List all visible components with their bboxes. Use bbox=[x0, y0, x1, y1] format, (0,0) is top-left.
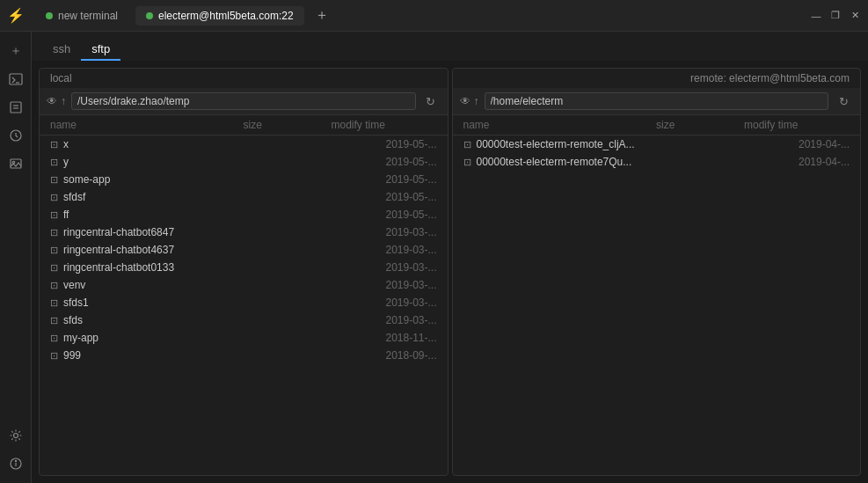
file-name: ⊡ sfdsf bbox=[50, 191, 244, 203]
sidebar: ＋ bbox=[0, 32, 32, 483]
remote-panel-left-label bbox=[453, 75, 474, 82]
app-body: ＋ bbox=[0, 32, 868, 483]
maximize-button[interactable]: ❐ bbox=[829, 10, 842, 22]
sidebar-icon-add[interactable]: ＋ bbox=[4, 39, 28, 63]
local-refresh-button[interactable]: ↻ bbox=[421, 91, 441, 111]
file-mtime: 2019-05-... bbox=[332, 156, 437, 168]
folder-icon: ⊡ bbox=[50, 174, 58, 186]
add-tab-button[interactable]: ＋ bbox=[311, 5, 332, 26]
file-mtime: 2019-05-... bbox=[332, 191, 437, 203]
list-item[interactable]: ⊡ ff 2019-05-... bbox=[40, 206, 448, 223]
file-name: ⊡ sfds bbox=[50, 314, 244, 326]
remote-path-input[interactable] bbox=[485, 92, 829, 110]
remote-panel: remote: electerm@html5beta.com 👁 ↑ ↻ nam… bbox=[452, 68, 862, 476]
tab-sftp[interactable]: sftp bbox=[81, 39, 120, 61]
list-item[interactable]: ⊡ 00000test-electerm-remote7Qu... 2019-0… bbox=[453, 153, 861, 171]
file-mtime: 2018-11-... bbox=[332, 332, 437, 344]
tab-new-terminal[interactable]: new terminal bbox=[35, 6, 128, 26]
file-name: ⊡ 00000test-electerm-remote7Qu... bbox=[463, 156, 657, 168]
minimize-button[interactable]: — bbox=[810, 10, 822, 22]
folder-icon: ⊡ bbox=[463, 157, 471, 168]
sidebar-icon-image[interactable] bbox=[4, 151, 28, 176]
list-item[interactable]: ⊡ sfds1 2019-03-... bbox=[40, 294, 448, 311]
local-path-input[interactable] bbox=[71, 92, 416, 110]
sidebar-icon-info[interactable] bbox=[4, 451, 28, 476]
file-name: ⊡ x bbox=[50, 138, 244, 150]
file-name: ⊡ ringcentral-chatbot4637 bbox=[50, 244, 244, 256]
app-logo: ⚡ bbox=[7, 7, 25, 24]
remote-up-icon[interactable]: ↑ bbox=[474, 95, 479, 107]
local-panel-label: local bbox=[40, 69, 448, 88]
file-mtime: 2019-05-... bbox=[332, 138, 437, 150]
remote-header-row: remote: electerm@html5beta.com bbox=[453, 69, 861, 88]
file-name: ⊡ y bbox=[50, 156, 244, 168]
remote-file-list: ⊡ 00000test-electerm-remote_cljA... 2019… bbox=[453, 135, 861, 475]
list-item[interactable]: ⊡ y 2019-05-... bbox=[40, 153, 448, 171]
list-item[interactable]: ⊡ 00000test-electerm-remote_cljA... 2019… bbox=[453, 135, 861, 153]
list-item[interactable]: ⊡ venv 2019-03-... bbox=[40, 276, 448, 294]
local-eye-icon[interactable]: 👁 bbox=[47, 95, 57, 107]
file-mtime: 2019-05-... bbox=[332, 209, 437, 221]
sidebar-icon-history[interactable] bbox=[4, 123, 28, 148]
file-mtime: 2019-04-... bbox=[744, 138, 850, 150]
close-button[interactable]: ✕ bbox=[849, 10, 861, 22]
tab-label-active: electerm@html5beta.com:22 bbox=[158, 10, 294, 22]
local-col-name: name bbox=[50, 119, 244, 131]
file-name: ⊡ ringcentral-chatbot6847 bbox=[50, 226, 244, 238]
list-item[interactable]: ⊡ ringcentral-chatbot4637 2019-03-... bbox=[40, 241, 448, 259]
remote-path-bar: 👁 ↑ ↻ bbox=[453, 88, 861, 115]
list-item[interactable]: ⊡ 999 2018-09-... bbox=[40, 347, 448, 364]
remote-file-list-header: name size modify time bbox=[453, 115, 861, 135]
list-item[interactable]: ⊡ sfds 2019-03-... bbox=[40, 311, 448, 329]
folder-icon: ⊡ bbox=[50, 192, 58, 203]
file-name: ⊡ my-app bbox=[50, 332, 244, 344]
file-mtime: 2019-03-... bbox=[332, 296, 437, 309]
folder-icon: ⊡ bbox=[50, 315, 58, 326]
content-area: ssh sftp local 👁 ↑ ↻ name size bbox=[32, 32, 868, 483]
file-mtime: 2019-03-... bbox=[332, 314, 437, 326]
tab-dot-active bbox=[146, 12, 153, 19]
local-file-list: ⊡ x 2019-05-... ⊡ y 2019-05-... ⊡ some-a… bbox=[40, 135, 448, 475]
list-item[interactable]: ⊡ sfdsf 2019-05-... bbox=[40, 188, 448, 206]
svg-point-11 bbox=[15, 460, 16, 461]
folder-icon: ⊡ bbox=[50, 280, 58, 291]
remote-panel-label: remote: electerm@html5beta.com bbox=[680, 69, 860, 88]
local-col-size: size bbox=[244, 119, 332, 131]
titlebar: ⚡ new terminal electerm@html5beta.com:22… bbox=[0, 0, 868, 32]
local-file-list-header: name size modify time bbox=[40, 115, 448, 135]
file-mtime: 2019-03-... bbox=[332, 279, 437, 291]
tab-ssh[interactable]: ssh bbox=[42, 39, 81, 61]
file-mtime: 2019-03-... bbox=[332, 226, 437, 238]
local-col-mtime: modify time bbox=[332, 119, 437, 131]
folder-icon: ⊡ bbox=[50, 245, 58, 256]
file-name: ⊡ 00000test-electerm-remote_cljA... bbox=[463, 138, 657, 150]
list-item[interactable]: ⊡ my-app 2018-11-... bbox=[40, 329, 448, 347]
sidebar-icon-settings[interactable] bbox=[4, 423, 28, 448]
remote-eye-icon[interactable]: 👁 bbox=[460, 95, 470, 107]
file-mtime: 2018-09-... bbox=[332, 349, 437, 362]
svg-rect-2 bbox=[11, 102, 21, 113]
list-item[interactable]: ⊡ ringcentral-chatbot0133 2019-03-... bbox=[40, 259, 448, 276]
local-up-icon[interactable]: ↑ bbox=[61, 95, 66, 107]
local-path-icons: 👁 ↑ bbox=[47, 95, 66, 107]
tab-dot bbox=[46, 12, 53, 19]
list-item[interactable]: ⊡ ringcentral-chatbot6847 2019-03-... bbox=[40, 223, 448, 241]
tab-electerm[interactable]: electerm@html5beta.com:22 bbox=[135, 6, 304, 26]
sidebar-icon-bookmarks[interactable] bbox=[4, 95, 28, 120]
folder-icon: ⊡ bbox=[50, 227, 58, 238]
tab-label: new terminal bbox=[58, 10, 118, 22]
folder-icon: ⊡ bbox=[50, 209, 58, 221]
folder-icon: ⊡ bbox=[50, 350, 58, 362]
sidebar-icon-terminal[interactable] bbox=[4, 67, 28, 91]
local-path-bar: 👁 ↑ ↻ bbox=[40, 88, 448, 115]
file-mtime: 2019-05-... bbox=[332, 173, 437, 186]
remote-refresh-button[interactable]: ↻ bbox=[834, 91, 853, 111]
folder-icon: ⊡ bbox=[50, 262, 58, 274]
file-name: ⊡ sfds1 bbox=[50, 296, 244, 309]
svg-point-8 bbox=[13, 434, 18, 438]
svg-point-7 bbox=[12, 161, 14, 163]
list-item[interactable]: ⊡ some-app 2019-05-... bbox=[40, 171, 448, 188]
list-item[interactable]: ⊡ x 2019-05-... bbox=[40, 135, 448, 153]
local-panel: local 👁 ↑ ↻ name size modify time ⊡ bbox=[39, 68, 449, 476]
remote-col-size: size bbox=[656, 119, 744, 131]
